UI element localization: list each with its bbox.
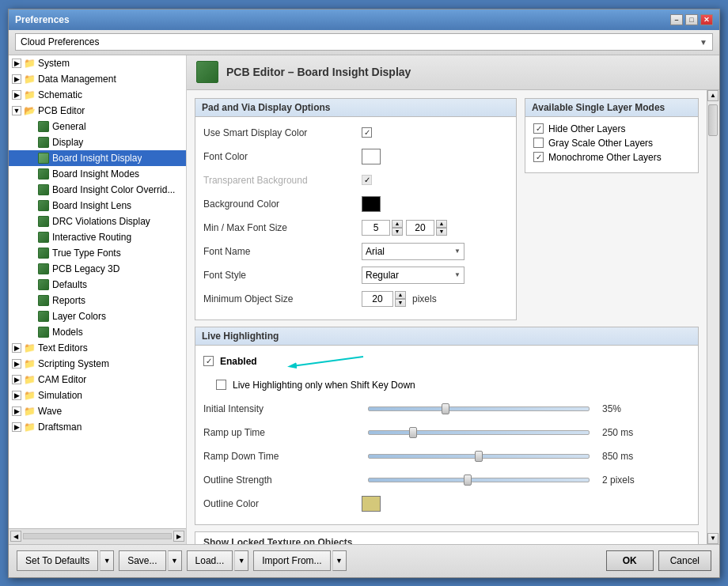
sidebar-label: Interactive Routing bbox=[52, 232, 131, 243]
sidebar-item-display[interactable]: Display bbox=[9, 134, 186, 150]
scroll-left-btn[interactable]: ◀ bbox=[10, 531, 21, 542]
sidebar-item-defaults[interactable]: Defaults bbox=[9, 277, 186, 293]
import-from-arrow[interactable]: ▼ bbox=[332, 550, 347, 571]
import-from-button[interactable]: Import From... bbox=[253, 550, 330, 571]
expand-icon[interactable]: ▶ bbox=[12, 343, 21, 353]
font-style-select[interactable]: Regular ▼ bbox=[362, 267, 464, 284]
sidebar-item-draftsman[interactable]: ▶ 📁 Draftsman bbox=[9, 419, 186, 435]
shift-key-checkbox[interactable] bbox=[216, 380, 226, 390]
sidebar-label: Draftsman bbox=[38, 422, 82, 433]
sidebar-item-board-insight-display[interactable]: Board Insight Display bbox=[9, 150, 186, 166]
close-button[interactable]: ✕ bbox=[700, 14, 713, 25]
sidebar-item-layer-colors[interactable]: Layer Colors bbox=[9, 308, 186, 324]
outline-strength-track[interactable] bbox=[368, 478, 590, 482]
font-name-row: Font Name Arial ▼ bbox=[203, 242, 508, 261]
sidebar-label: PCB Legacy 3D bbox=[52, 263, 119, 274]
grayscale-checkbox[interactable] bbox=[533, 138, 544, 148]
sidebar-item-models[interactable]: Models bbox=[9, 324, 186, 340]
scroll-up-btn[interactable]: ▲ bbox=[707, 90, 719, 101]
set-defaults-button[interactable]: Set To Defaults bbox=[17, 550, 98, 571]
min-object-down[interactable]: ▼ bbox=[395, 299, 406, 307]
sidebar-item-pcb-editor[interactable]: ▼ 📂 PCB Editor bbox=[9, 103, 186, 119]
sidebar-item-data-management[interactable]: ▶ 📁 Data Management bbox=[9, 71, 186, 87]
use-smart-checkbox[interactable] bbox=[362, 127, 372, 138]
bg-color-swatch[interactable] bbox=[362, 196, 381, 212]
load-arrow[interactable]: ▼ bbox=[234, 550, 248, 571]
right-scrollbar[interactable]: ▲ ▼ bbox=[707, 90, 719, 544]
sidebar-item-board-insight-color-override[interactable]: Board Insight Color Overrid... bbox=[9, 182, 186, 198]
expand-icon[interactable]: ▶ bbox=[12, 375, 21, 384]
expand-icon[interactable]: ▶ bbox=[12, 74, 21, 84]
save-button[interactable]: Save... bbox=[119, 550, 165, 571]
sidebar-item-drc-violations[interactable]: DRC Violations Display bbox=[9, 214, 186, 229]
sidebar-item-cam-editor[interactable]: ▶ 📁 CAM Editor bbox=[9, 372, 186, 388]
expand-icon[interactable]: ▼ bbox=[12, 106, 21, 115]
outline-strength-row: Outline Strength 2 pixels bbox=[203, 471, 690, 490]
sidebar-item-schematic[interactable]: ▶ 📁 Schematic bbox=[9, 87, 186, 103]
expand-icon[interactable]: ▶ bbox=[12, 406, 21, 416]
sidebar-item-true-type-fonts[interactable]: True Type Fonts bbox=[9, 245, 186, 261]
monochrome-checkbox[interactable] bbox=[533, 152, 544, 162]
sidebar-item-simulation[interactable]: ▶ 📁 Simulation bbox=[9, 388, 186, 403]
expand-icon[interactable]: ▶ bbox=[12, 422, 21, 432]
cloud-preferences-dropdown[interactable]: Cloud Preferences ▼ bbox=[15, 33, 713, 51]
toolbar: Cloud Preferences ▼ bbox=[9, 30, 719, 55]
sidebar-item-board-insight-modes[interactable]: Board Insight Modes bbox=[9, 166, 186, 182]
font-style-label: Font Style bbox=[203, 270, 362, 281]
sidebar-label: Reports bbox=[52, 295, 85, 306]
scroll-right-btn[interactable]: ▶ bbox=[173, 531, 184, 542]
sidebar-item-scripting-system[interactable]: ▶ 📁 Scripting System bbox=[9, 356, 186, 372]
max-font-input[interactable] bbox=[406, 220, 434, 236]
ramp-up-thumb[interactable] bbox=[409, 427, 417, 438]
max-font-up[interactable]: ▲ bbox=[436, 220, 447, 228]
scroll-thumb[interactable] bbox=[708, 104, 718, 136]
min-object-input[interactable] bbox=[362, 291, 393, 307]
scroll-track[interactable] bbox=[707, 101, 719, 533]
ramp-down-track[interactable] bbox=[368, 454, 590, 459]
font-color-swatch[interactable] bbox=[362, 149, 381, 164]
ok-button[interactable]: OK bbox=[606, 550, 654, 571]
load-button[interactable]: Load... bbox=[187, 550, 233, 571]
grayscale-label: Gray Scale Other Layers bbox=[548, 138, 653, 149]
save-arrow[interactable]: ▼ bbox=[168, 550, 182, 571]
ramp-down-thumb[interactable] bbox=[475, 451, 483, 462]
expand-icon[interactable]: ▶ bbox=[12, 90, 21, 100]
ramp-up-track[interactable] bbox=[368, 430, 590, 435]
max-font-down[interactable]: ▼ bbox=[436, 228, 447, 236]
right-panel: PCB Editor – Board Insight Display Pad a… bbox=[187, 55, 719, 544]
scroll-down-btn[interactable]: ▼ bbox=[707, 533, 719, 544]
bg-color-row: Background Color bbox=[203, 195, 508, 214]
sidebar-scrollbar[interactable]: ◀ ▶ bbox=[9, 528, 186, 544]
outline-color-swatch[interactable] bbox=[362, 496, 381, 512]
initial-intensity-track[interactable] bbox=[368, 406, 590, 411]
sidebar-scroll-track[interactable] bbox=[23, 533, 172, 539]
sidebar-item-general[interactable]: General bbox=[9, 119, 186, 134]
sidebar-item-board-insight-lens[interactable]: Board Insight Lens bbox=[9, 198, 186, 214]
set-defaults-arrow[interactable]: ▼ bbox=[100, 550, 114, 571]
font-size-row: Min / Max Font Size ▲ ▼ bbox=[203, 218, 508, 237]
expand-icon[interactable]: ▶ bbox=[12, 391, 21, 400]
maximize-button[interactable]: □ bbox=[685, 14, 698, 25]
sidebar-item-pcb-legacy-3d[interactable]: PCB Legacy 3D bbox=[9, 261, 186, 277]
minimize-button[interactable]: – bbox=[670, 14, 683, 25]
cancel-button[interactable]: Cancel bbox=[658, 550, 711, 571]
font-style-value: Regular bbox=[366, 270, 399, 281]
expand-icon[interactable]: ▶ bbox=[12, 59, 21, 68]
sidebar-item-text-editors[interactable]: ▶ 📁 Text Editors bbox=[9, 340, 186, 356]
initial-intensity-thumb[interactable] bbox=[442, 403, 449, 414]
hide-other-checkbox[interactable] bbox=[533, 123, 544, 134]
sidebar-item-wave[interactable]: ▶ 📁 Wave bbox=[9, 403, 186, 419]
outline-strength-thumb[interactable] bbox=[464, 474, 472, 486]
enabled-checkbox[interactable] bbox=[203, 356, 214, 366]
font-name-select[interactable]: Arial ▼ bbox=[362, 243, 464, 260]
expand-icon[interactable]: ▶ bbox=[12, 359, 21, 369]
min-font-up[interactable]: ▲ bbox=[392, 220, 403, 228]
min-object-up[interactable]: ▲ bbox=[395, 291, 406, 299]
min-font-down[interactable]: ▼ bbox=[392, 228, 403, 236]
min-font-input[interactable] bbox=[362, 220, 390, 236]
sidebar-item-reports[interactable]: Reports bbox=[9, 293, 186, 308]
preferences-dialog: Preferences – □ ✕ Cloud Preferences ▼ ▶ … bbox=[8, 9, 720, 578]
sidebar-item-system[interactable]: ▶ 📁 System bbox=[9, 55, 186, 71]
sidebar-item-interactive-routing[interactable]: Interactive Routing bbox=[9, 229, 186, 245]
outline-color-label: Outline Color bbox=[203, 498, 362, 509]
